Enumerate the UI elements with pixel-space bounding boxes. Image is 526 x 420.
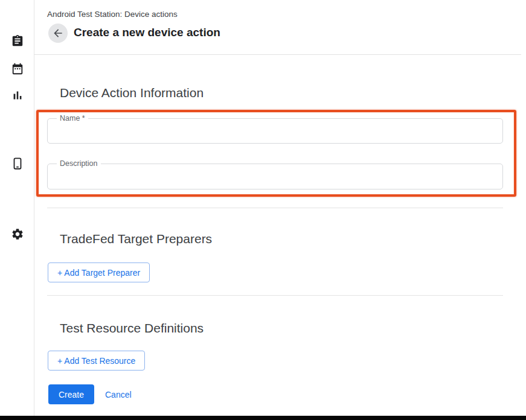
name-field[interactable]: Name * (47, 118, 503, 144)
arrow-back-icon (52, 27, 64, 39)
breadcrumb: Android Test Station: Device actions (47, 10, 178, 19)
create-button[interactable]: Create (48, 384, 94, 404)
sidebar-item-test-suites[interactable] (10, 34, 25, 48)
description-field[interactable]: Description (47, 164, 503, 189)
page-title: Create a new device action (74, 26, 220, 39)
name-input[interactable] (48, 119, 502, 143)
sidebar-item-devices[interactable] (10, 156, 25, 171)
section-divider (47, 208, 503, 208)
add-target-preparer-button[interactable]: + Add Target Preparer (48, 262, 150, 282)
calendar-icon (11, 62, 24, 75)
section-heading-device-action-information: Device Action Information (60, 86, 204, 100)
sidebar-item-settings[interactable] (10, 227, 25, 241)
bottom-border-bar (0, 416, 526, 420)
assignment-icon (11, 34, 24, 48)
back-button[interactable] (48, 24, 68, 43)
bar-chart-icon (11, 89, 24, 102)
header-divider (34, 54, 521, 55)
description-field-label: Description (57, 159, 101, 168)
section-heading-test-resources: Test Resource Definitions (60, 321, 204, 336)
sidebar-item-test-results[interactable] (10, 88, 25, 103)
sidebar-nav (0, 0, 34, 416)
section-heading-target-preparers: TradeFed Target Preparers (60, 232, 212, 246)
description-input[interactable] (48, 164, 502, 189)
name-field-label: Name * (57, 114, 88, 123)
cancel-button[interactable]: Cancel (103, 384, 134, 404)
gear-icon (11, 228, 24, 241)
sidebar-item-test-plans[interactable] (10, 62, 25, 76)
smartphone-icon (11, 157, 24, 170)
section-divider (47, 295, 503, 296)
add-test-resource-button[interactable]: + Add Test Resource (48, 351, 145, 371)
